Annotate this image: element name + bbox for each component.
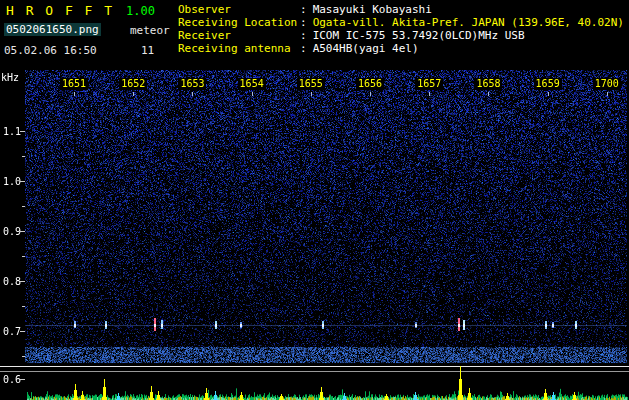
freq-label: 1.0 [3,176,21,187]
freq-label: 0.8 [3,276,21,287]
freq-label: 1.1 [3,126,21,137]
info-value: Masayuki Kobayashi [313,3,432,16]
info-colon: : [300,3,313,16]
info-row-observer: Observer:Masayuki Kobayashi [178,3,624,16]
info-label: Receiver [178,29,300,42]
mode-label: meteor [130,24,170,37]
time-label: 1651 [60,78,88,90]
freq-tick [20,131,25,132]
freq-tick [20,231,25,232]
time-axis: 1651165216531654165516561657165816591700 [25,78,627,91]
info-value: Ogata-vill. Akita-Pref. JAPAN (139.96E, … [313,16,624,29]
app-version: 1.00 [126,4,155,18]
info-label: Receiving Location [178,16,300,29]
freq-tick [20,181,25,182]
time-label: 1653 [178,78,206,90]
time-label: 1658 [474,78,502,90]
info-row-antenna: Receiving antenna:A504HB(yagi 4el) [178,42,624,55]
hrofft-window: H R O F F T 1.00 0502061650.png meteor 0… [0,0,629,400]
info-value: A504HB(yagi 4el) [313,42,419,55]
freq-label: 0.6 [3,374,21,385]
level-plot-canvas [0,363,629,400]
freq-tick [20,281,25,282]
time-label: 1655 [297,78,325,90]
info-row-location: Receiving Location:Ogata-vill. Akita-Pre… [178,16,624,29]
info-colon: : [300,16,313,29]
spectrogram-canvas [25,70,627,363]
freq-minor-tick [22,206,25,207]
freq-minor-tick [22,306,25,307]
freq-minor-tick [22,156,25,157]
freq-label: 0.7 [3,326,21,337]
station-info: Observer:Masayuki Kobayashi Receiving Lo… [178,3,624,55]
frequency-axis: kHz1.11.00.90.80.70.6 [0,0,30,400]
info-colon: : [300,29,313,42]
freq-minor-tick [22,356,25,357]
info-row-receiver: Receiver:ICOM IC-575 53.7492(0LCD)MHz US… [178,29,624,42]
freq-label: 0.9 [3,226,21,237]
info-colon: : [300,42,313,55]
time-label: 1656 [356,78,384,90]
time-label: 1700 [593,78,621,90]
freq-minor-tick [22,256,25,257]
freq-unit-label: kHz [1,72,19,83]
time-label: 1659 [534,78,562,90]
info-value: ICOM IC-575 53.7492(0LCD)MHz USB [313,29,525,42]
info-label: Observer [178,3,300,16]
time-label: 1657 [415,78,443,90]
info-label: Receiving antenna [178,42,300,55]
time-label: 1654 [238,78,266,90]
echo-count: 11 [141,44,154,57]
time-label: 1652 [119,78,147,90]
freq-tick [20,331,25,332]
freq-tick [20,379,25,380]
